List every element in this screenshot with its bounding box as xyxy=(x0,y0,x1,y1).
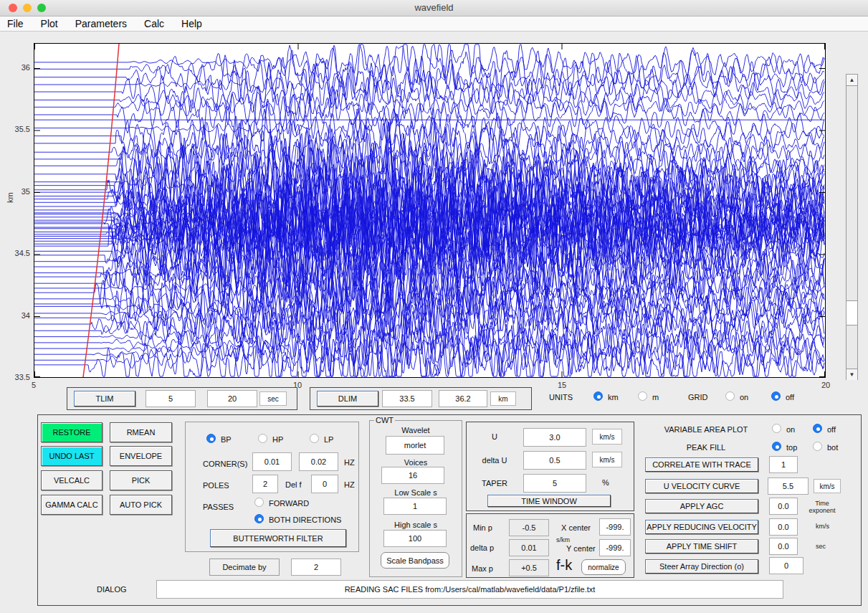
min-p-field[interactable] xyxy=(509,519,549,536)
u-label: U xyxy=(469,432,520,441)
x-center-label: X center xyxy=(561,523,591,532)
u-velocity-field[interactable] xyxy=(768,477,809,495)
tlim-min-field[interactable] xyxy=(146,390,196,407)
taper-field[interactable] xyxy=(523,474,586,493)
vap-on-radio[interactable] xyxy=(772,424,781,433)
scrollbar-thumb[interactable] xyxy=(846,300,857,325)
poles-label: POLES xyxy=(203,481,229,490)
delta-u-field[interactable] xyxy=(523,451,586,470)
peak-top-radio[interactable] xyxy=(772,442,781,451)
poles-hz-label: HZ xyxy=(344,480,355,489)
vap-off-option[interactable]: off xyxy=(827,425,836,434)
filter-lp-option[interactable]: LP xyxy=(324,435,333,444)
filter-lp-radio[interactable] xyxy=(310,434,319,443)
dlim-min-field[interactable] xyxy=(382,390,432,407)
tlim-max-field[interactable] xyxy=(207,390,257,407)
apply-agc-button[interactable]: APPLY AGC xyxy=(645,499,758,513)
restore-button[interactable]: RESTORE xyxy=(41,422,102,442)
delf-field[interactable] xyxy=(311,475,338,493)
steer-array-direction-button[interactable]: Steer Array Direction (o) xyxy=(645,559,758,574)
velcalc-button[interactable]: VELCALC xyxy=(41,470,102,490)
steer-field[interactable] xyxy=(769,557,803,574)
agc-field[interactable] xyxy=(769,498,798,515)
filter-bp-option[interactable]: BP xyxy=(221,435,232,444)
corners-label: CORNER(S) xyxy=(203,460,247,468)
dlim-button[interactable]: DLIM xyxy=(317,391,378,407)
variable-area-plot-label: VARIABLE AREA PLOT xyxy=(645,425,767,434)
x-tick: 5 xyxy=(24,381,43,389)
delta-p-field[interactable] xyxy=(509,539,549,556)
scroll-down-icon[interactable]: ▼ xyxy=(846,369,857,380)
units-km-radio[interactable] xyxy=(593,391,603,401)
envelope-button[interactable]: ENVELOPE xyxy=(110,446,172,466)
filter-bp-radio[interactable] xyxy=(206,434,216,443)
u-velocity-curve-button[interactable]: U VELOCITY CURVE xyxy=(645,479,758,493)
correlate-trace-field[interactable] xyxy=(769,456,798,473)
apply-time-shift-button[interactable]: APPLY TIME SHIFT xyxy=(645,539,758,553)
undo-last-button[interactable]: UNDO LAST xyxy=(41,446,102,466)
pick-button[interactable]: PICK xyxy=(110,470,172,490)
corner2-field[interactable] xyxy=(299,452,338,471)
u-field[interactable] xyxy=(523,428,586,447)
max-p-field[interactable] xyxy=(509,559,549,576)
scale-bandpass-button[interactable]: Scale Bandpass xyxy=(381,552,449,569)
time-window-button[interactable]: TIME WINDOW xyxy=(487,495,611,507)
passes-both-option[interactable]: BOTH DIRECTIONS xyxy=(269,515,341,524)
filter-hp-option[interactable]: HP xyxy=(272,435,283,444)
apply-reducing-velocity-button[interactable]: APPLY REDUCING VELOCITY xyxy=(645,520,758,534)
reducing-velocity-field[interactable] xyxy=(769,518,798,536)
wavelet-field[interactable] xyxy=(386,436,444,455)
peak-top-option[interactable]: top xyxy=(786,443,797,452)
peak-fill-label: PEAK FILL xyxy=(645,443,767,452)
peak-bot-option[interactable]: bot xyxy=(827,443,838,452)
voices-field[interactable] xyxy=(381,467,444,484)
grid-off-option[interactable]: off xyxy=(786,393,794,401)
wavelet-label: Wavelet xyxy=(369,426,462,434)
passes-both-radio[interactable] xyxy=(254,514,264,523)
p-unit-label: s/km xyxy=(556,536,570,543)
plot-scrollbar[interactable]: ▲ ▼ xyxy=(846,74,858,380)
units-label: UNITS xyxy=(549,393,573,401)
grid-on-radio[interactable] xyxy=(725,391,735,401)
menu-parameters[interactable]: Parameters xyxy=(75,18,127,29)
auto-pick-button[interactable]: AUTO PICK xyxy=(110,495,172,515)
x-tick: 20 xyxy=(816,381,835,389)
menu-calc[interactable]: Calc xyxy=(144,18,164,29)
y-center-field[interactable] xyxy=(599,539,631,556)
seismogram-plot[interactable] xyxy=(34,43,826,378)
time-shift-field[interactable] xyxy=(769,538,798,555)
menu-plot[interactable]: Plot xyxy=(41,18,58,29)
u-unit-box: km/s xyxy=(592,429,622,445)
normalize-button[interactable]: normalize xyxy=(581,559,626,575)
correlate-with-trace-button[interactable]: CORRELATE WITH TRACE xyxy=(645,457,758,472)
menu-help[interactable]: Help xyxy=(181,18,202,29)
passes-forward-radio[interactable] xyxy=(254,498,264,507)
tlim-button[interactable]: TLIM xyxy=(74,391,135,407)
menu-file[interactable]: File xyxy=(7,18,24,29)
corner1-field[interactable] xyxy=(252,452,292,471)
grid-on-option[interactable]: on xyxy=(740,393,748,401)
passes-forward-option[interactable]: FORWARD xyxy=(269,499,309,508)
filter-hp-radio[interactable] xyxy=(258,434,267,443)
dlim-max-field[interactable] xyxy=(439,390,487,407)
grid-off-radio[interactable] xyxy=(771,391,781,401)
units-m-radio[interactable] xyxy=(638,391,647,401)
poles-field[interactable] xyxy=(252,475,278,493)
butterworth-filter-button[interactable]: BUTTERWORTH FILTER xyxy=(210,529,346,547)
peak-bot-radio[interactable] xyxy=(813,442,822,451)
vap-on-option[interactable]: on xyxy=(786,425,795,434)
decimate-button[interactable]: Decimate by xyxy=(209,559,280,576)
low-scale-field[interactable] xyxy=(383,498,447,515)
units-km-option[interactable]: km xyxy=(608,393,619,401)
units-m-option[interactable]: m xyxy=(652,393,659,401)
x-tick: 15 xyxy=(553,381,571,389)
corners-hz-label: HZ xyxy=(344,458,355,467)
gamma-calc-button[interactable]: GAMMA CALC xyxy=(41,495,102,515)
vap-off-radio[interactable] xyxy=(813,424,822,433)
rmean-button[interactable]: RMEAN xyxy=(110,422,172,442)
x-center-field[interactable] xyxy=(599,518,631,536)
high-scale-field[interactable] xyxy=(383,530,447,547)
decimate-field[interactable] xyxy=(291,559,341,576)
scroll-up-icon[interactable]: ▲ xyxy=(846,75,857,86)
seismogram-canvas[interactable] xyxy=(34,44,825,377)
